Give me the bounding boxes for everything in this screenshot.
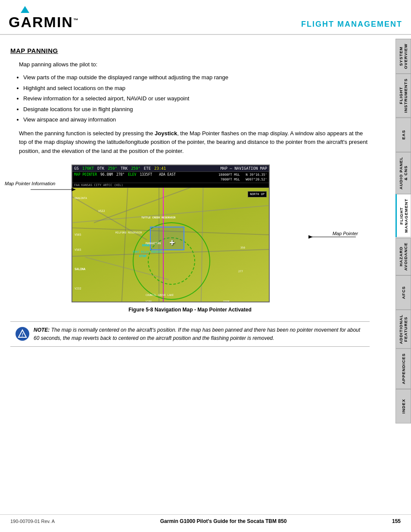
waypoint-east: 350 <box>240 246 245 249</box>
sidebar-item-flight-instruments[interactable]: FLIGHTINSTRUMENTS <box>395 74 411 118</box>
grove-park-2: V286 <box>146 300 152 302</box>
note-symbol-icon: ! <box>18 329 27 339</box>
map-info-bar: MAP POINTER 96.8NM 278° ELEV 1335FT ADA … <box>72 172 269 183</box>
page-title: FLIGHT MANAGEMENT <box>301 20 402 31</box>
elev-value: 1335FT <box>140 173 152 182</box>
waypoint-v565: V565 <box>75 233 81 236</box>
sidebar-item-audio-panel-cns[interactable]: AUDIO PANEL& CNS <box>395 152 411 194</box>
map-screen: GS 176KT DTK 259° TRK 259° ETE 23:41 MAP… <box>72 165 270 302</box>
pointer-info-arrow-icon <box>31 185 74 194</box>
map-pointer-label-bar: MAP POINTER <box>74 173 97 182</box>
sidebar-tabs: SYSTEMOVERVIEW FLIGHTINSTRUMENTS EAS AUD… <box>395 39 411 423</box>
dtk-value: 259° <box>108 166 117 171</box>
map-distance: 96.8NM <box>100 173 113 182</box>
dtk-label: DTK <box>97 166 104 171</box>
note-body-text: The map is normally centered on the airc… <box>34 327 360 341</box>
sidebar-item-appendices[interactable]: APPENDICES <box>395 348 411 389</box>
garmin-wordmark: GARMIN™ <box>9 14 79 31</box>
airport-label-kofp: KTOP <box>139 255 146 258</box>
feature-bullets: View parts of the map outside the displa… <box>23 73 370 124</box>
ada-east-label: ADA EAST <box>159 173 176 182</box>
sidebar-item-additional-features[interactable]: ADDITIONALFEATURES <box>395 310 411 349</box>
note-text: NOTE: The map is normally centered on th… <box>34 326 363 342</box>
sidebar-item-system-overview[interactable]: SYSTEMOVERVIEW <box>395 39 411 74</box>
airport-label-fort: FORT RILEY MARSHALL <box>133 250 165 254</box>
map-topbar: GS 176KT DTK 259° TRK 259° ETE 23:41 MAP… <box>72 165 269 172</box>
waypoint-1929: V232 <box>75 287 81 290</box>
road-v1 <box>121 188 128 302</box>
page-footer: 190-00709-01 Rev. A Garmin G1000 Pilot's… <box>0 514 411 524</box>
sidebar-item-eas[interactable]: EAS <box>395 118 411 152</box>
alt2-value: 7000FT MSL W097°20.52' <box>218 177 267 182</box>
map-blue-selection-rect <box>150 227 184 250</box>
gs-value: 176KT <box>82 166 94 171</box>
map-pointer-crosshair-icon: + <box>169 237 175 249</box>
sidebar-item-flight-management[interactable]: FLIGHTMANAGEMENT <box>395 194 411 237</box>
section-title: MAP PANNING <box>10 47 370 54</box>
intro-text: Map panning allows the pilot to: <box>19 60 370 69</box>
city-salina: SALINA <box>75 268 85 271</box>
page-header: GARMIN™ FLIGHT MANAGEMENT <box>0 0 411 35</box>
svg-text:!: ! <box>22 332 23 337</box>
bullet-item: Review information for a selected airpor… <box>23 94 370 103</box>
ete-label: ETE <box>144 166 151 171</box>
waypoint-v522: V522 <box>98 209 105 213</box>
sidebar-item-afcs[interactable]: AFCS <box>395 275 411 310</box>
trk-label: TRK <box>121 166 128 171</box>
gs-label: GS <box>74 166 79 171</box>
waypoint-277: 277 <box>238 270 243 273</box>
map-body: KMHK FORT RILEY MARSHALL KTOP MANHATTAN … <box>72 188 269 302</box>
footer-document-title: Garmin G1000 Pilot's Guide for the Socat… <box>160 518 287 524</box>
trk-value: 259° <box>131 166 140 171</box>
garmin-triangle-icon <box>21 6 29 13</box>
sidebar-item-index[interactable]: INDEX <box>395 389 411 423</box>
joystick-paragraph: When the panning function is selected by… <box>19 129 370 156</box>
altitude-coords: 18000FT MSL N 39°16.35' 7000FT MSL W097°… <box>218 173 267 182</box>
artcc-label: FAA KANSAS CITY ARTCC (HIL) <box>72 183 269 188</box>
elev-label: ELEV <box>128 173 136 182</box>
figure-container: Map Pointer Information GS 176KT DTK 259… <box>10 165 370 313</box>
figure-inner: Map Pointer Information GS 176KT DTK 259… <box>72 165 308 302</box>
main-content: MAP PANNING Map panning allows the pilot… <box>0 35 395 361</box>
trademark-symbol: ™ <box>73 17 79 23</box>
grove-park: COUNCIL GROVE LAKE <box>146 293 174 296</box>
track-line-v <box>163 188 164 302</box>
city-manhattan: MANHATTAN <box>146 242 161 245</box>
sidebar-item-hazard-avoidance[interactable]: HAZARDAVOIDANCE <box>395 238 411 275</box>
note-box: ! NOTE: The map is normally centered on … <box>10 321 370 347</box>
bullet-item: View airspace and airway information <box>23 115 370 124</box>
map-bearing: 278° <box>116 173 125 182</box>
bullet-item: Designate locations for use in flight pl… <box>23 105 370 114</box>
ete-value: 23:41 <box>154 166 166 171</box>
footer-part-number: 190-00709-01 Rev. A <box>10 519 55 524</box>
map-mode-label: MAP – NAVIGATION MAP <box>221 166 267 171</box>
bullet-item: View parts of the map outside the displa… <box>23 73 370 82</box>
waypoint-v565b: V565 <box>75 248 81 252</box>
reservoir-label: TUTTLE CREEK RESERVOIR <box>141 216 175 219</box>
figure-caption: Figure 5-8 Navigation Map - Map Pointer … <box>128 307 252 313</box>
milford-reserve: MILFORD RESERVOIR <box>115 231 142 234</box>
note-label: NOTE: <box>34 327 50 333</box>
para-pre-text: When the panning function is selected by… <box>19 130 155 137</box>
distance-80nm: 80NM <box>223 300 229 302</box>
svg-marker-3 <box>308 235 313 239</box>
garmin-logo: GARMIN™ <box>9 6 79 31</box>
footer-page-number: 155 <box>392 518 401 524</box>
alt1-value: 18000FT MSL N 39°16.35' <box>218 173 267 177</box>
city-onaginta: ONAGINTA <box>75 196 87 199</box>
note-icon: ! <box>16 327 29 341</box>
bullet-item: Highlight and select locations on the ma… <box>23 84 370 93</box>
north-up-indicator: NORTH UP <box>248 191 267 197</box>
joystick-bold-text: Joystick <box>155 130 177 137</box>
pointer-arrow-icon <box>308 233 356 242</box>
